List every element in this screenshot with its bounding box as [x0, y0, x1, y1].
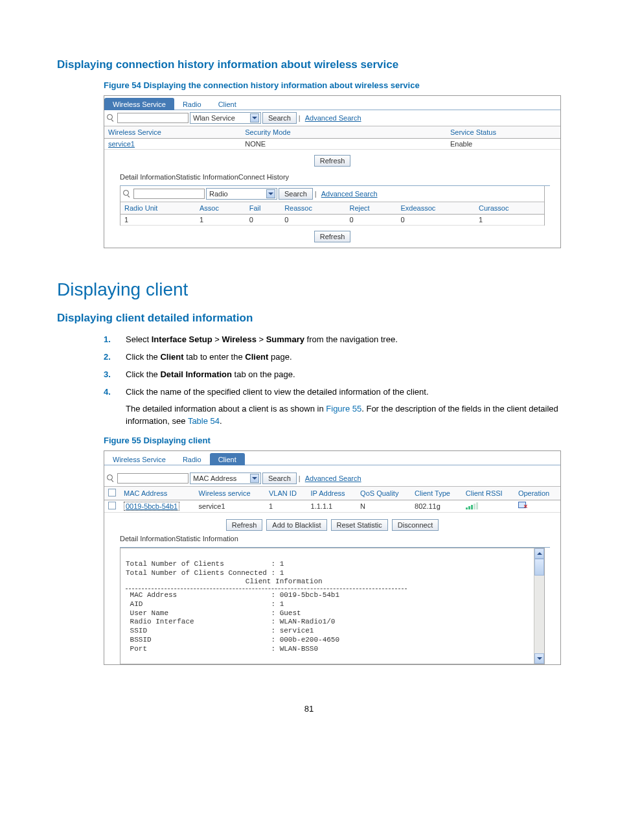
cell: 1: [196, 215, 246, 226]
detail-line: SSID : service1: [126, 627, 314, 635]
search-field-dropdown[interactable]: Radio: [206, 188, 277, 200]
search-field-dropdown[interactable]: Wlan Service: [190, 112, 261, 124]
add-to-blacklist-button[interactable]: Add to Blacklist: [266, 519, 326, 531]
disconnect-button[interactable]: Disconnect: [392, 519, 439, 531]
detail-line: AID : 1: [126, 600, 284, 608]
col-curassoc: Curassoc: [475, 202, 544, 215]
tab-radio[interactable]: Radio: [174, 453, 210, 465]
cell: N: [356, 500, 411, 513]
figure54: Wireless Service Radio Client Wlan Servi…: [104, 95, 561, 248]
search-icon: [107, 474, 115, 482]
subtab-detail-info[interactable]: Detail Information: [120, 535, 176, 547]
search-input[interactable]: [117, 473, 189, 484]
figure55-caption: Figure 55 Displaying client: [104, 436, 561, 445]
refresh-button[interactable]: Refresh: [226, 519, 263, 531]
detail-line: MAC Address : 0019-5bcb-54b1: [126, 591, 339, 599]
divider: [126, 589, 407, 589]
detail-info-pane: Total Number of Clients : 1 Total Number…: [120, 548, 545, 664]
tab-client[interactable]: Client: [210, 98, 245, 110]
advanced-search-link[interactable]: Advanced Search: [321, 190, 378, 198]
search-input[interactable]: [133, 189, 205, 199]
col-qos: QoS Quality: [356, 487, 411, 500]
col-reject: Reject: [345, 202, 396, 215]
subtab-connect-history[interactable]: Connect History: [238, 173, 289, 185]
cell: 0: [246, 215, 280, 226]
cell-mode: NONE: [241, 139, 446, 150]
subtab-statistic-info[interactable]: Statistic Information: [176, 173, 238, 185]
step-2: Click the Client tab to enter the Client…: [126, 351, 561, 364]
fig54-search-toolbar: Wlan Service Search | Advanced Search: [104, 110, 560, 126]
scroll-down-icon[interactable]: [534, 653, 544, 664]
paragraph: The detailed information about a client …: [126, 403, 561, 428]
fig55-tabs: Wireless Service Radio Client: [104, 451, 560, 465]
fig55-search: MAC Address Search | Advanced Search: [104, 471, 560, 487]
detail-line: Total Number of Clients Connected : 1: [126, 569, 284, 577]
col-assoc: Assoc: [196, 202, 246, 215]
link-table54[interactable]: Table 54: [188, 416, 220, 426]
col-service-status: Service Status: [446, 126, 560, 139]
heading-displaying-client: Displaying client: [57, 279, 561, 300]
tab-wireless-service[interactable]: Wireless Service: [104, 98, 174, 110]
cell: 0: [345, 215, 396, 226]
row-checkbox[interactable]: [108, 502, 116, 509]
dropdown-label: Radio: [209, 190, 228, 198]
col-ip: IP Address: [307, 487, 357, 500]
fig55-client-table: MAC Address Wireless service VLAN ID IP …: [104, 487, 560, 513]
search-button[interactable]: Search: [262, 112, 297, 124]
scrollbar[interactable]: [534, 548, 544, 664]
detail-line: Radio Interface : WLAN-Radio1/0: [126, 618, 335, 625]
cell-status: Enable: [446, 139, 560, 150]
step-4: Click the name of the specified client t…: [126, 386, 561, 399]
search-button[interactable]: Search: [262, 472, 297, 484]
detail-line: BSSID : 000b-e200-4650: [126, 636, 339, 644]
section-heading-1: Displaying connection history informatio…: [57, 58, 561, 71]
col-reassoc: Reassoc: [280, 202, 345, 215]
refresh-button[interactable]: Refresh: [314, 231, 351, 242]
disconnect-icon[interactable]: [518, 502, 527, 509]
figure55: Wireless Service Radio Client MAC Addres…: [104, 450, 561, 665]
col-rssi: Client RSSI: [462, 487, 514, 500]
advanced-search-link[interactable]: Advanced Search: [305, 474, 361, 482]
select-all-checkbox[interactable]: [108, 489, 116, 496]
col-operation: Operation: [514, 487, 560, 500]
fig54-subtabs: Detail Information Statistic Information…: [120, 173, 550, 186]
col-client-type: Client Type: [411, 487, 462, 500]
refresh-button[interactable]: Refresh: [314, 155, 351, 167]
subtab-statistic-info[interactable]: Statistic Information: [176, 535, 238, 547]
tab-client[interactable]: Client: [210, 453, 245, 465]
reset-statistic-button[interactable]: Reset Statistic: [331, 519, 388, 531]
search-button[interactable]: Search: [279, 188, 313, 200]
scroll-thumb[interactable]: [534, 559, 544, 576]
step-1: Select Interface Setup > Wireless > Summ…: [126, 334, 561, 346]
cell: 1.1.1.1: [307, 500, 357, 513]
col-fail: Fail: [246, 202, 280, 215]
table-row: 0019-5bcb-54b1 service1 1 1.1.1.1 N 802.…: [104, 500, 560, 513]
detail-line: Port : WLAN-BSS0: [126, 645, 318, 653]
detail-line: User Name : Guest: [126, 609, 301, 617]
dropdown-label: Wlan Service: [193, 114, 235, 122]
client-mac-link[interactable]: 0019-5bcb-54b1: [124, 502, 179, 511]
section-heading-2: Displaying client detailed information: [57, 312, 561, 325]
advanced-search-link[interactable]: Advanced Search: [305, 114, 361, 122]
tab-radio[interactable]: Radio: [174, 98, 210, 110]
detail-line: Total Number of Clients : 1: [126, 560, 284, 568]
chevron-down-icon: [266, 189, 275, 198]
scroll-track[interactable]: [534, 576, 544, 653]
cell: 0: [396, 215, 474, 226]
search-field-dropdown[interactable]: MAC Address: [190, 472, 261, 484]
link-figure55[interactable]: Figure 55: [326, 404, 361, 414]
col-security-mode: Security Mode: [241, 126, 446, 139]
fig55-subtabs: Detail Information Statistic Information: [120, 535, 550, 548]
col-ws: Wireless service: [195, 487, 265, 500]
cell: 1: [475, 215, 544, 226]
cell: 1: [120, 215, 196, 226]
subtab-detail-info[interactable]: Detail Information: [120, 173, 176, 185]
search-input[interactable]: [117, 113, 189, 123]
scroll-up-icon[interactable]: [534, 548, 544, 559]
fig55-button-row: Refresh Add to Blacklist Reset Statistic…: [104, 513, 560, 535]
col-radio-unit: Radio Unit: [120, 202, 196, 215]
chevron-down-icon: [250, 474, 259, 483]
service-link[interactable]: service1: [108, 140, 135, 148]
cell: 1: [265, 500, 307, 513]
tab-wireless-service[interactable]: Wireless Service: [104, 453, 174, 465]
